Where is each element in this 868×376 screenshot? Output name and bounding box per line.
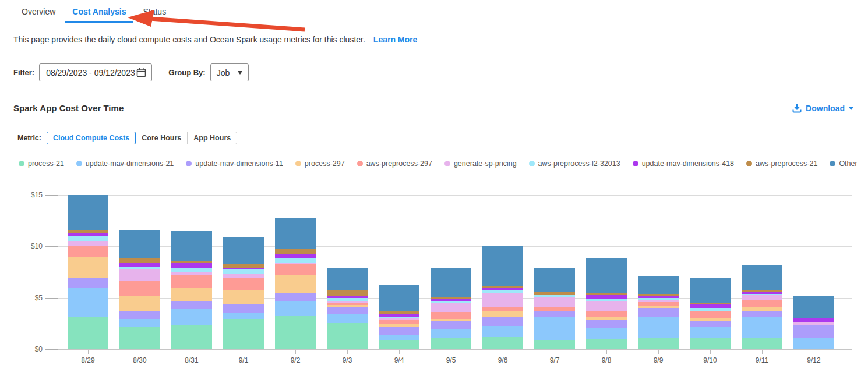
bar-segment xyxy=(482,246,523,286)
metric-option-cloud-compute-costs[interactable]: Cloud Compute Costs xyxy=(47,132,136,144)
bar-segment xyxy=(275,275,316,293)
bar-segment xyxy=(171,272,212,275)
group-by-label: Group By: xyxy=(168,68,206,77)
bar-segment xyxy=(431,338,471,349)
bar-segment xyxy=(68,246,108,257)
download-label: Download xyxy=(806,104,845,113)
x-axis-tick xyxy=(451,350,451,354)
bar-segment xyxy=(223,304,264,313)
tab-overview[interactable]: Overview xyxy=(22,0,55,23)
legend-label: process-21 xyxy=(28,159,64,168)
legend-dot-icon xyxy=(357,161,363,166)
bar-segment xyxy=(379,311,419,314)
metric-option-app-hours[interactable]: App Hours xyxy=(187,132,237,144)
legend-item[interactable]: aws-preprocess-297 xyxy=(357,159,432,168)
bar-segment xyxy=(586,328,627,339)
y-axis-tick xyxy=(45,298,58,299)
bar-segment xyxy=(171,288,212,301)
bar-segment xyxy=(534,317,575,340)
legend-dot-icon xyxy=(529,161,535,166)
legend-label: generate-sp-pricing xyxy=(454,159,517,168)
x-axis-tick xyxy=(244,350,244,354)
bar-segment xyxy=(742,290,782,292)
bar-segment xyxy=(586,295,627,299)
legend-item[interactable]: update-mav-dimensions-11 xyxy=(186,159,283,168)
y-axis-tick xyxy=(45,195,58,196)
y-tick-label: $10 xyxy=(13,241,43,251)
x-axis-tick xyxy=(295,350,296,354)
bar-segment xyxy=(690,303,731,304)
bar-segment xyxy=(742,311,782,318)
bar-segment xyxy=(431,303,471,313)
download-button[interactable]: Download xyxy=(792,104,853,113)
bar-segment xyxy=(690,278,731,303)
bar-segment xyxy=(119,281,160,296)
legend-dot-icon xyxy=(746,161,752,166)
legend-item[interactable]: process-297 xyxy=(295,159,345,168)
bar-segment xyxy=(327,314,368,323)
bar-segment xyxy=(68,278,108,288)
bar-segment xyxy=(327,296,368,298)
x-axis-tick xyxy=(140,350,140,354)
bar-segment xyxy=(793,318,834,322)
x-tick-label: 9/11 xyxy=(739,356,785,364)
tab-status[interactable]: Status xyxy=(143,0,166,23)
bar-segment xyxy=(223,268,264,269)
bar-segment xyxy=(482,307,523,311)
bar-segment xyxy=(171,261,212,263)
legend-item[interactable]: generate-sp-pricing xyxy=(444,159,517,168)
legend-label: Other xyxy=(839,159,857,168)
bar-segment xyxy=(275,264,316,275)
bar-segment xyxy=(534,295,575,297)
x-tick-label: 9/4 xyxy=(376,356,422,364)
legend-dot-icon xyxy=(295,161,301,166)
bar-segment xyxy=(171,231,212,261)
bar-segment xyxy=(223,237,264,264)
x-axis-tick xyxy=(88,350,89,354)
x-tick-label: 9/3 xyxy=(324,356,371,364)
tab-cost-analysis[interactable]: Cost Analysis xyxy=(72,0,126,23)
bar-segment xyxy=(638,317,679,338)
bar-segment xyxy=(586,301,627,312)
bar-segment xyxy=(638,294,679,296)
y-tick-label: $5 xyxy=(13,293,43,303)
legend-item[interactable]: update-mav-dimensions-418 xyxy=(633,159,734,168)
bar-segment xyxy=(742,292,782,294)
x-axis-tick xyxy=(814,350,814,354)
legend-label: aws-preprocess-21 xyxy=(756,159,817,168)
section-header: Spark App Cost Over Time Download xyxy=(13,103,853,113)
bar-segment xyxy=(690,327,731,338)
legend-item[interactable]: process-21 xyxy=(19,159,64,168)
legend-item[interactable]: aws-preprocess-l2-32013 xyxy=(529,159,620,168)
date-range-picker[interactable]: 08/29/2023 - 09/12/2023 xyxy=(39,63,152,81)
bar-segment xyxy=(431,301,471,303)
learn-more-link[interactable]: Learn More xyxy=(373,35,417,44)
bar-segment xyxy=(638,276,679,294)
bar-segment xyxy=(275,263,316,264)
legend-item[interactable]: aws-preprocess-21 xyxy=(746,159,817,168)
bar-segment xyxy=(534,268,575,292)
bar-segment xyxy=(431,319,471,321)
metric-option-core-hours[interactable]: Core Hours xyxy=(135,132,188,144)
bar-segment xyxy=(690,304,731,308)
bar-segment xyxy=(482,288,523,290)
chart-legend: process-21update-mav-dimensions-21update… xyxy=(19,159,858,168)
bar-segment xyxy=(275,218,316,249)
bar-segment xyxy=(68,230,108,233)
bar-segment xyxy=(482,290,523,293)
legend-dot-icon xyxy=(830,161,835,166)
bar-segment xyxy=(379,335,419,340)
bar-segment xyxy=(482,337,523,349)
y-tick-label: $15 xyxy=(13,190,43,200)
bar-segment xyxy=(742,300,782,307)
bar-segment xyxy=(534,311,575,317)
bar-segment xyxy=(379,317,419,318)
bar-segment xyxy=(793,322,834,325)
bar-segment xyxy=(119,269,160,281)
tab-bar: Overview Cost Analysis Status xyxy=(0,0,868,23)
y-tick-label: $0 xyxy=(13,344,43,354)
bar-segment xyxy=(793,296,834,318)
legend-item[interactable]: Other xyxy=(830,159,857,168)
group-by-select[interactable]: Job xyxy=(210,63,249,81)
legend-item[interactable]: update-mav-dimensions-21 xyxy=(76,159,174,168)
